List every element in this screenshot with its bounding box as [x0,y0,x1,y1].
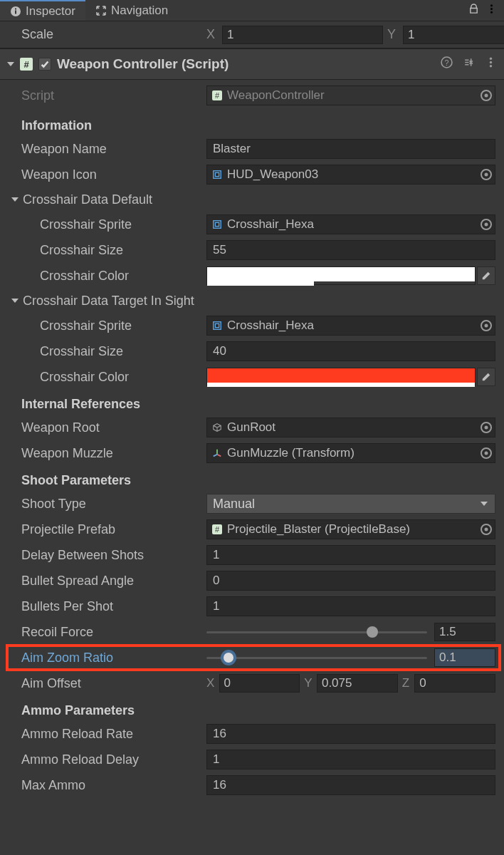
weapon-muzzle-field[interactable]: GunMuzzle (Transform) [206,443,495,463]
gameobject-icon [211,422,223,433]
script-field[interactable]: # WeaponController [206,86,495,105]
aim-zoom-value-input[interactable] [434,648,495,667]
object-picker-icon[interactable] [481,169,492,180]
transform-icon [211,447,223,459]
scale-label: Scale [21,27,206,42]
crosshair-default-size-input[interactable] [206,240,495,260]
svg-text:?: ? [445,58,449,67]
svg-point-8 [490,57,492,59]
bps-input[interactable] [206,596,495,616]
crosshair-default-sprite-field[interactable]: Crosshair_Hexa [206,214,495,234]
expand-icon [95,5,107,16]
svg-rect-16 [215,323,219,327]
tab-navigation-label: Navigation [111,4,168,18]
internal-refs-header: Internal References [9,390,495,415]
svg-rect-1 [15,10,16,14]
help-icon[interactable]: ? [441,56,453,72]
object-picker-icon[interactable] [481,524,492,535]
script-badge-icon: # [20,58,33,71]
presets-icon[interactable] [463,56,475,72]
info-icon [10,6,21,17]
aim-zoom-slider[interactable] [206,657,427,659]
weapon-icon-row: Weapon Icon HUD_Weapon03 [9,162,495,187]
crosshair-target-size-input[interactable] [206,341,495,361]
weapon-name-input[interactable] [206,139,495,159]
sprite-icon [211,169,223,180]
weapon-name-row: Weapon Name [9,136,495,162]
script-icon: # [211,524,223,535]
svg-rect-13 [214,221,221,229]
object-picker-icon[interactable] [481,447,492,459]
foldout-arrow-icon [11,197,19,202]
spread-input[interactable] [206,571,495,591]
svg-line-18 [217,455,221,457]
script-icon: # [211,90,223,101]
aim-offset-x-input[interactable] [219,674,300,693]
svg-line-19 [214,455,217,457]
recoil-slider[interactable] [206,631,427,633]
svg-rect-2 [15,8,16,9]
crosshair-default-foldout[interactable]: Crosshair Data Default [9,187,495,212]
projectile-field[interactable]: # Projectile_Blaster (ProjectileBase) [206,519,495,539]
ammo-reload-rate-input[interactable] [206,724,495,744]
object-picker-icon[interactable] [481,219,492,230]
ammo-reload-delay-input[interactable] [206,750,495,770]
shoot-params-header: Shoot Parameters [9,466,495,491]
sprite-icon [211,219,223,230]
svg-rect-15 [214,322,221,330]
svg-rect-14 [215,222,219,226]
svg-point-9 [490,61,492,63]
eyedropper-icon[interactable] [477,266,495,285]
weapon-icon-field[interactable]: HUD_Weapon03 [206,165,495,185]
component-header[interactable]: # Weapon Controller (Script) ? [0,48,504,80]
tab-inspector[interactable]: Inspector [0,0,85,21]
svg-point-5 [490,11,493,14]
lock-icon[interactable] [468,3,479,18]
ammo-params-header: Ammo Parameters [9,696,495,721]
script-row: Script # WeaponController [9,83,495,108]
svg-rect-11 [214,171,221,179]
axis-y-label: Y [387,27,400,42]
script-label: Script [9,88,206,103]
object-picker-icon[interactable] [481,90,492,101]
axis-x-label: X [206,27,219,42]
delay-input[interactable] [206,545,495,565]
tab-bar: Inspector Navigation [0,0,504,21]
svg-point-10 [490,65,492,67]
weapon-root-field[interactable]: GunRoot [206,418,495,437]
kebab-menu-icon[interactable] [486,3,497,18]
recoil-value-input[interactable] [434,623,495,641]
scale-row: Scale X Y Z [0,21,504,48]
scale-x-input[interactable] [222,26,383,44]
eyedropper-icon[interactable] [477,368,495,386]
crosshair-target-color-swatch[interactable] [206,368,476,386]
sprite-icon [211,320,223,331]
crosshair-target-sprite-field[interactable]: Crosshair_Hexa [206,316,495,336]
aim-zoom-row: Aim Zoom Ratio [9,645,495,670]
aim-offset-z-input[interactable] [414,674,495,693]
crosshair-target-foldout[interactable]: Crosshair Data Target In Sight [9,289,495,313]
crosshair-default-color-swatch[interactable] [206,266,476,285]
max-ammo-input[interactable] [206,775,495,795]
foldout-arrow-icon [7,62,14,66]
svg-point-4 [490,8,493,10]
scale-y-input[interactable] [403,26,504,44]
svg-rect-12 [215,172,219,176]
component-title: Weapon Controller (Script) [57,56,435,72]
object-picker-icon[interactable] [481,422,492,433]
kebab-menu-icon[interactable] [485,56,497,72]
object-picker-icon[interactable] [481,320,492,331]
information-header: Information [9,108,495,136]
enable-checkbox[interactable] [38,58,51,71]
foldout-arrow-icon [11,299,19,303]
tab-navigation[interactable]: Navigation [85,0,178,21]
tab-inspector-label: Inspector [26,4,75,19]
svg-point-3 [490,4,493,6]
shoot-type-dropdown[interactable]: Manual [206,494,495,514]
aim-offset-y-input[interactable] [317,674,398,693]
